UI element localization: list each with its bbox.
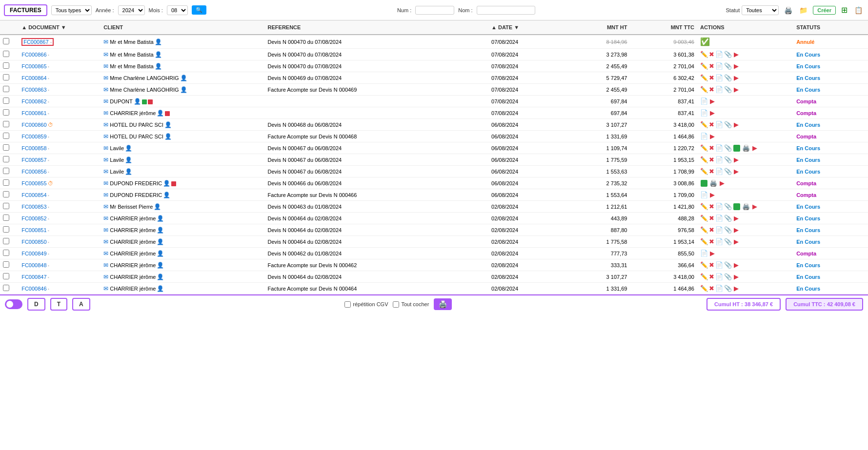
email-icon[interactable]: ✉ [103, 98, 108, 105]
person-icon[interactable]: 👤 [157, 285, 164, 292]
email-icon[interactable]: ✉ [103, 121, 108, 128]
attach-icon[interactable]: 📎 [724, 226, 732, 234]
row-checkbox[interactable] [3, 203, 9, 209]
btn-a[interactable]: A [72, 298, 90, 311]
col-date[interactable]: ▲ DATE ▼ [488, 20, 563, 35]
row-checkbox[interactable] [3, 250, 9, 256]
pdf-icon[interactable]: 📄 [715, 168, 723, 175]
doc-link[interactable]: FC000866 [21, 52, 46, 58]
person-icon[interactable]: 👤 [163, 192, 170, 198]
doc-link[interactable]: FC000846 [21, 286, 46, 292]
toggle-switch[interactable] [5, 299, 22, 309]
edit-icon[interactable]: ✏️ [700, 144, 708, 152]
mois-select[interactable]: 080102030405060709101112 [167, 5, 188, 15]
type-select[interactable]: Tous types [51, 5, 92, 15]
edit-icon[interactable]: ✏️ [700, 51, 708, 58]
send-icon[interactable]: ▶ [710, 109, 715, 117]
row-checkbox[interactable] [3, 273, 9, 279]
printer-icon[interactable]: 🖨️ [709, 179, 717, 187]
doc-link[interactable]: FC000854 [21, 192, 46, 198]
statut-select[interactable]: ToutesEn CoursComptaAnnulé [742, 5, 779, 15]
send-icon[interactable]: ▶ [734, 285, 739, 292]
doc-link[interactable]: FC000859 [21, 134, 46, 139]
person-icon[interactable]: 👤 [155, 63, 162, 70]
row-checkbox[interactable] [3, 168, 9, 174]
email-icon[interactable]: ✉ [103, 110, 108, 117]
doc-link[interactable]: FC000850 [21, 239, 46, 245]
pdf-icon[interactable]: 📄 [700, 250, 708, 257]
pdf-icon[interactable]: 📄 [715, 226, 723, 234]
attach-icon[interactable]: 📎 [724, 51, 732, 58]
doc-link[interactable]: FC000848 [21, 262, 46, 268]
doc-link[interactable]: FC000861 [21, 110, 46, 116]
doc-link[interactable]: FC000860 [21, 122, 46, 128]
doc-link[interactable]: FC000865 [21, 63, 46, 69]
edit-icon[interactable]: ✏️ [700, 226, 708, 234]
copy-icon-btn[interactable]: 📋 [853, 6, 864, 15]
search-button[interactable]: 🔍 [192, 5, 206, 15]
send-icon[interactable]: ▶ [734, 51, 739, 58]
person-icon[interactable]: 👤 [164, 121, 172, 128]
pdf-icon[interactable]: 📄 [715, 144, 723, 152]
btn-d[interactable]: D [27, 298, 45, 311]
row-checkbox[interactable] [3, 62, 9, 69]
edit-icon[interactable]: ✏️ [700, 261, 708, 269]
email-icon[interactable]: ✉ [103, 274, 108, 280]
person-icon[interactable]: 👤 [180, 86, 187, 93]
green-square-icon[interactable] [733, 145, 740, 152]
email-icon[interactable]: ✉ [103, 180, 108, 187]
row-checkbox[interactable] [3, 179, 9, 186]
attach-icon[interactable]: 📎 [724, 238, 732, 245]
repetition-label[interactable]: répétition CGV [344, 301, 388, 308]
email-icon[interactable]: ✉ [103, 86, 108, 93]
person-icon[interactable]: 👤 [125, 145, 132, 152]
pdf-icon[interactable]: 📄 [715, 203, 723, 210]
doc-link[interactable]: FC000855 [21, 180, 46, 186]
email-icon[interactable]: ✉ [103, 157, 108, 163]
pdf-icon[interactable]: 📄 [715, 74, 723, 81]
tout-cocher-label[interactable]: Tout cocher [393, 301, 429, 308]
attach-icon[interactable]: 📎 [724, 62, 732, 70]
row-checkbox[interactable] [3, 191, 9, 197]
doc-link[interactable]: FC000858 [21, 145, 46, 151]
cancel-icon[interactable]: ✖ [709, 86, 714, 93]
pdf-icon[interactable]: 📄 [715, 156, 723, 163]
send-icon[interactable]: ▶ [734, 238, 739, 245]
cancel-icon[interactable]: ✖ [709, 156, 714, 163]
doc-link[interactable]: FC000867 [23, 39, 48, 45]
row-checkbox[interactable] [3, 98, 9, 104]
edit-icon[interactable]: ✏️ [700, 168, 708, 175]
attach-icon[interactable]: 📎 [724, 273, 732, 280]
cancel-icon[interactable]: ✖ [709, 203, 714, 210]
printer-icon[interactable]: 🖨️ [742, 144, 750, 152]
row-checkbox[interactable] [3, 215, 9, 221]
send-icon[interactable]: ▶ [734, 226, 739, 234]
cancel-icon[interactable]: ✖ [709, 62, 714, 70]
cancel-icon[interactable]: ✖ [709, 74, 714, 81]
person-icon[interactable]: 👤 [157, 274, 164, 280]
attach-icon[interactable]: 📎 [724, 168, 732, 175]
send-icon[interactable]: ▶ [734, 121, 739, 128]
edit-icon[interactable]: ✏️ [700, 121, 708, 128]
pdf-icon[interactable]: 📄 [715, 273, 723, 280]
print-icon-btn[interactable]: 🖨️ [783, 6, 794, 15]
creer-button[interactable]: Créer [813, 6, 836, 15]
attach-icon[interactable]: 📎 [724, 156, 732, 163]
cancel-icon[interactable]: ✖ [709, 226, 714, 234]
person-icon[interactable]: 👤 [134, 98, 141, 105]
row-checkbox[interactable] [3, 238, 9, 244]
col-document[interactable]: ▲ DOCUMENT ▼ [19, 20, 101, 35]
row-checkbox[interactable] [3, 285, 9, 291]
cancel-icon[interactable]: ✖ [709, 121, 714, 128]
person-icon[interactable]: 👤 [157, 110, 164, 117]
email-icon[interactable]: ✉ [103, 168, 108, 175]
cancel-icon[interactable]: ✖ [709, 285, 714, 292]
doc-link[interactable]: FC000856 [21, 169, 46, 175]
doc-link[interactable]: FC000862 [21, 98, 46, 104]
edit-icon[interactable]: ✏️ [700, 86, 708, 93]
attach-icon[interactable]: 📎 [724, 261, 732, 269]
green-square-icon[interactable] [733, 203, 740, 210]
send-icon[interactable]: ▶ [734, 62, 739, 70]
send-icon[interactable]: ▶ [752, 203, 757, 210]
annee-select[interactable]: 202420232025 [118, 5, 145, 15]
